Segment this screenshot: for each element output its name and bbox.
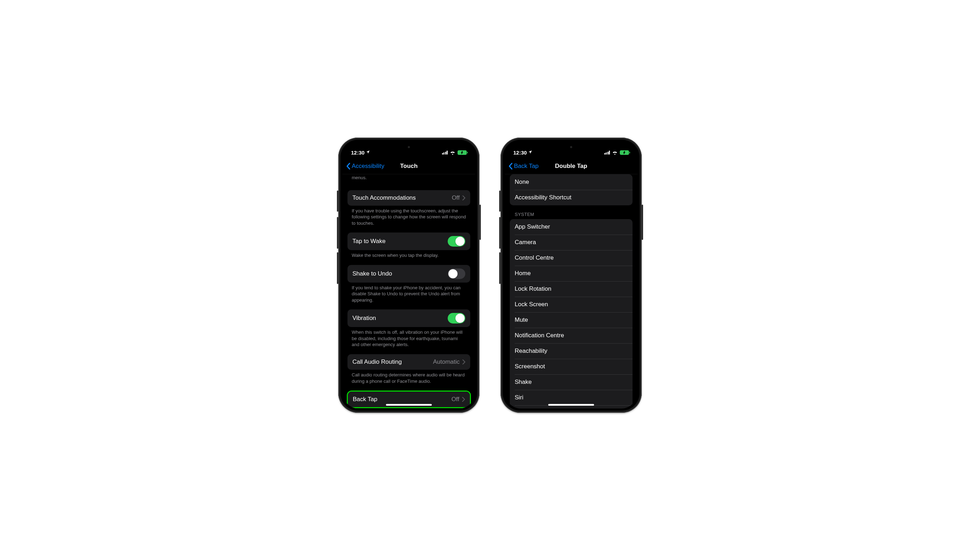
switch-shake-to-undo[interactable]	[448, 269, 465, 279]
notch	[545, 142, 598, 153]
option-label: Screenshot	[515, 363, 545, 370]
option-reachability[interactable]: Reachability	[510, 343, 633, 359]
option-none[interactable]: None	[510, 174, 633, 190]
row-description: Call audio routing determines where audi…	[347, 370, 470, 384]
row-touch-accommodations[interactable]: Touch Accommodations Off	[347, 190, 470, 206]
row-label: Call Audio Routing	[352, 358, 402, 366]
option-label: Siri	[515, 394, 523, 401]
option-lock-screen[interactable]: Lock Screen	[510, 297, 633, 312]
option-accessibility-shortcut[interactable]: Accessibility Shortcut	[510, 190, 633, 205]
option-control-centre[interactable]: Control Centre	[510, 250, 633, 265]
row-tap-to-wake[interactable]: Tap to Wake	[347, 232, 470, 250]
chevron-right-icon	[463, 359, 465, 364]
row-vibration[interactable]: Vibration	[347, 309, 470, 327]
option-screenshot[interactable]: Screenshot	[510, 359, 633, 374]
option-shake[interactable]: Shake	[510, 374, 633, 390]
notch	[382, 142, 435, 153]
option-label: Lock Rotation	[515, 285, 551, 292]
option-mute[interactable]: Mute	[510, 312, 633, 328]
option-siri[interactable]: Siri	[510, 390, 633, 405]
option-label: Notification Centre	[515, 332, 564, 339]
navigation-bar: Accessibility Touch	[342, 159, 475, 174]
row-value: Automatic	[433, 358, 460, 366]
status-time: 12:30	[513, 149, 527, 156]
row-label: Tap to Wake	[352, 238, 386, 245]
row-shake-to-undo[interactable]: Shake to Undo	[347, 265, 470, 283]
option-spotlight[interactable]: Spotlight	[510, 405, 633, 409]
status-time: 12:30	[351, 149, 364, 156]
option-label: Control Centre	[515, 254, 554, 261]
screen-left: 12:30 Accessibility Touch	[342, 142, 475, 409]
back-label: Accessibility	[352, 163, 385, 170]
cellular-icon	[604, 151, 610, 154]
chevron-right-icon	[463, 196, 465, 200]
back-label: Back Tap	[514, 163, 539, 170]
chevron-right-icon	[462, 397, 465, 402]
row-description: When this switch is off, all vibration o…	[347, 327, 470, 348]
option-label: Accessibility Shortcut	[515, 194, 571, 201]
option-label: Home	[515, 270, 531, 277]
phone-frame-left: 12:30 Accessibility Touch	[338, 138, 479, 413]
switch-vibration[interactable]	[448, 313, 465, 324]
back-button[interactable]: Accessibility	[346, 159, 385, 174]
cellular-icon	[442, 151, 448, 154]
option-label: Shake	[515, 378, 531, 386]
option-camera[interactable]: Camera	[510, 235, 633, 250]
option-app-switcher[interactable]: App Switcher	[510, 219, 633, 235]
truncated-footer: menus.	[347, 174, 470, 184]
switch-tap-to-wake[interactable]	[448, 236, 465, 246]
option-label: None	[515, 178, 529, 186]
row-value: Off	[452, 396, 459, 403]
row-description: If you tend to shake your iPhone by acci…	[347, 283, 470, 304]
wifi-icon	[450, 151, 455, 155]
row-value: Off	[452, 194, 460, 202]
option-label: Camera	[515, 239, 536, 246]
option-label: Reachability	[515, 348, 547, 354]
option-label: App Switcher	[515, 223, 550, 230]
wifi-icon	[612, 151, 618, 155]
battery-icon	[620, 150, 629, 155]
navigation-bar: Back Tap Double Tap	[505, 159, 638, 174]
row-label: Shake to Undo	[352, 270, 392, 277]
content-scroll[interactable]: NoneAccessibility Shortcut SYSTEM App Sw…	[505, 174, 638, 409]
home-indicator[interactable]	[386, 404, 432, 406]
row-label: Back Tap	[353, 396, 377, 403]
option-label: Lock Screen	[515, 301, 548, 308]
back-button[interactable]: Back Tap	[508, 159, 539, 174]
row-description: If you have trouble using the touchscree…	[347, 206, 470, 226]
row-description: Wake the screen when you tap the display…	[347, 250, 470, 259]
page-title: Double Tap	[555, 163, 587, 170]
location-icon	[366, 150, 370, 155]
location-icon	[528, 150, 532, 155]
screen-right: 12:30 Back Tap Double Tap	[505, 142, 638, 409]
row-label: Touch Accommodations	[352, 194, 416, 202]
page-title: Touch	[400, 163, 418, 170]
row-label: Vibration	[352, 315, 376, 322]
row-call-audio-routing[interactable]: Call Audio Routing Automatic	[347, 354, 470, 370]
option-lock-rotation[interactable]: Lock Rotation	[510, 281, 633, 297]
content-scroll[interactable]: menus. Touch Accommodations Off If you h…	[342, 174, 475, 409]
option-label: Mute	[515, 316, 528, 324]
battery-icon	[458, 150, 467, 155]
section-header-system: SYSTEM	[510, 205, 633, 219]
phone-frame-right: 12:30 Back Tap Double Tap	[501, 138, 642, 413]
highlight-back-tap: Back Tap Off	[347, 391, 471, 408]
option-notification-centre[interactable]: Notification Centre	[510, 328, 633, 343]
home-indicator[interactable]	[548, 404, 594, 406]
option-home[interactable]: Home	[510, 265, 633, 281]
